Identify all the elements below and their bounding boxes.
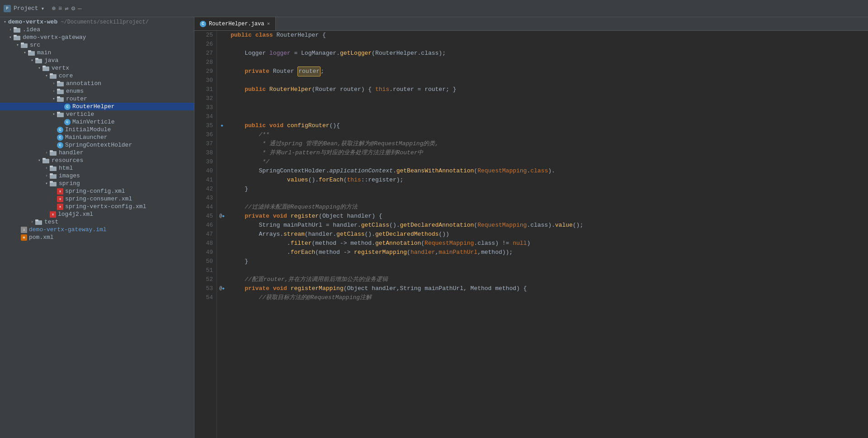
plain-token: = (291, 49, 301, 58)
folder-icon (50, 181, 57, 187)
tree-item-main[interactable]: ▾main (0, 49, 194, 57)
tree-item-annotation[interactable]: ›annotation (0, 80, 194, 87)
tree-item-core[interactable]: ▾core (0, 72, 194, 80)
folder-arrow: ▾ (36, 158, 42, 163)
tree-item-mainlauncher[interactable]: CMainLauncher (0, 133, 194, 141)
tree-item-spring[interactable]: ▾spring (0, 180, 194, 187)
tree-item-mainverticle[interactable]: CMainVerticle (0, 118, 194, 126)
line-number: 31 (198, 85, 213, 94)
folder-arrow: ▾ (36, 66, 42, 71)
tree-item-verticle[interactable]: ▾verticle (0, 110, 194, 118)
method-token: getClass (336, 230, 364, 239)
class-icon: C (64, 119, 71, 125)
type-token: Object (347, 284, 368, 293)
folder-arrow: ▾ (14, 43, 21, 48)
tree-item-vertx[interactable]: ▾vertx (0, 64, 194, 72)
tree-item-resources[interactable]: ▾resources (0, 157, 194, 164)
tree-item-springconsumer[interactable]: xspring-consumer.xml (0, 195, 194, 203)
plain-token: ) (527, 239, 530, 248)
folder-icon (50, 173, 57, 179)
tree-item-springcontextholder[interactable]: CSpringContextHolder (0, 141, 194, 149)
tree-item-label: images (59, 172, 80, 179)
tree-item-label: router (66, 95, 87, 102)
list-icon[interactable]: ≡ (58, 5, 62, 12)
xml-icon: x (50, 211, 56, 218)
type-token: Method (471, 284, 492, 293)
plain-token (231, 157, 262, 167)
keyword2-token: this (347, 176, 361, 185)
tree-item-label: spring-config.xml (65, 188, 125, 195)
type-token: Logger (245, 49, 266, 58)
tree-item-images[interactable]: ›images (0, 172, 194, 180)
tree-item-html[interactable]: ›html (0, 164, 194, 172)
gear-icon[interactable]: ⚙ (71, 5, 75, 12)
editor-area: C RouterHelper.java × 252627282930313233… (194, 17, 868, 438)
tab-routerhelper[interactable]: C RouterHelper.java × (194, 17, 276, 30)
orange-token: class (530, 167, 548, 176)
code-line (231, 266, 864, 275)
gutter-cell (217, 112, 227, 121)
gutter-cell (217, 239, 227, 248)
code-line (231, 76, 864, 85)
line-number: 32 (198, 94, 213, 103)
folder-icon (57, 96, 64, 102)
tree-item-enums[interactable]: ›enums (0, 87, 194, 95)
tree-item-test[interactable]: ›test (0, 218, 194, 226)
code-line (231, 194, 864, 203)
tree-item-pomxml[interactable]: mpom.xml (0, 233, 194, 241)
tree-item-label: log4j2.xml (58, 211, 93, 218)
folder-arrow: ▾ (29, 58, 35, 63)
tree-item-handler[interactable]: ›handler (0, 149, 194, 157)
tree-item-gatewayiml[interactable]: idemo-vertx-gateway.iml (0, 226, 194, 233)
comment-token: //配置router,并在方法调用前后增加公共的业务逻辑 (245, 275, 388, 284)
code-line: String mainPathUrl = handler.getClass().… (231, 221, 864, 230)
line-number: 44 (198, 203, 213, 212)
tree-item-router[interactable]: ▾router (0, 95, 194, 103)
tree-item-log4j2[interactable]: xlog4j2.xml (0, 210, 194, 218)
tab-close-button[interactable]: × (267, 21, 270, 27)
project-panel-header[interactable]: P Project ▾ (4, 5, 44, 12)
split-icon[interactable]: ⇌ (65, 5, 68, 12)
dropdown-icon[interactable]: ▾ (41, 5, 45, 12)
plain-token (231, 257, 245, 266)
folder-arrow: › (43, 174, 50, 178)
plain-token (287, 212, 291, 221)
folder-icon (57, 111, 64, 118)
tree-root[interactable]: ▾ demo-vertx-web ~/Documents/seckillproj… (0, 18, 194, 26)
tree-item-springconfig[interactable]: xspring-config.xml (0, 187, 194, 195)
minus-icon[interactable]: — (78, 5, 81, 12)
method-token: getLogger (340, 49, 372, 58)
xml-icon: x (57, 188, 63, 195)
folder-icon (35, 57, 42, 64)
plain-token: ( (474, 167, 477, 176)
plain-token (266, 85, 269, 94)
plain-token: . (231, 239, 291, 248)
file-tree[interactable]: ▾ demo-vertx-web ~/Documents/seckillproj… (0, 17, 194, 438)
line-number: 33 (198, 103, 213, 112)
gutter-cell: ◆ (217, 121, 227, 130)
plain-token: .class). (527, 221, 555, 230)
root-path: ~/Documents/seckillproject/ (57, 19, 149, 25)
tree-item-label: pom.xml (29, 234, 54, 241)
globe-icon[interactable]: ⊕ (52, 5, 55, 12)
plain-token (231, 284, 245, 293)
toolbar-icons: ⊕ ≡ ⇌ ⚙ — (52, 5, 81, 12)
plain-token (231, 176, 287, 185)
tree-item-src[interactable]: ▾src (0, 41, 194, 49)
plain-token: (). (308, 176, 319, 185)
iml-icon: i (21, 227, 27, 233)
method-token: filter (291, 239, 312, 248)
tree-item-springvertxconfig[interactable]: xspring-vertx-config.xml (0, 203, 194, 210)
line-number: 38 (198, 148, 213, 157)
plain-token: ( (344, 176, 347, 185)
plain-token (231, 275, 245, 284)
tree-item-gateway[interactable]: ▾demo-vertx-gateway (0, 33, 194, 41)
svg-rect-27 (50, 166, 53, 167)
tab-class-icon: C (200, 21, 206, 27)
tree-item-idea[interactable]: ›.idea (0, 26, 194, 33)
tree-item-java[interactable]: ▾java (0, 57, 194, 64)
tree-item-initialmodule[interactable]: CInitialModule (0, 126, 194, 133)
param-token: router (340, 85, 361, 94)
tree-item-routerhelper[interactable]: CRouterHelper (0, 103, 194, 110)
code-editor[interactable]: 2526272829303132333435363738394041424344… (194, 31, 868, 438)
